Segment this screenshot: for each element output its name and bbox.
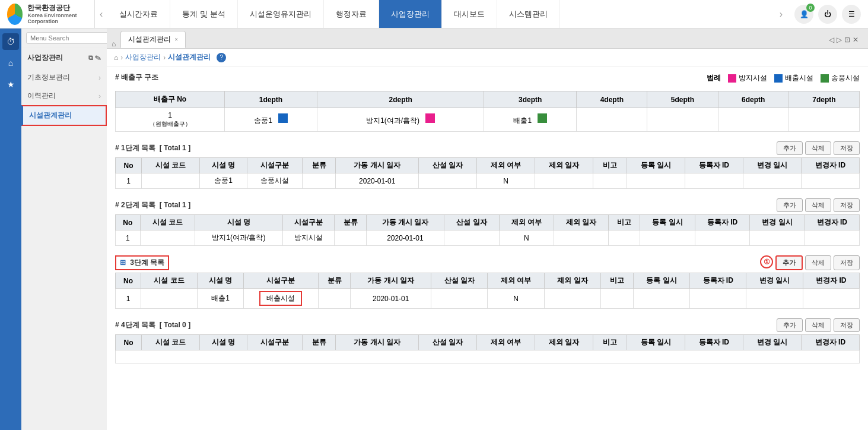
stage2-save-button[interactable]: 저장 [834, 198, 860, 212]
stage2-row[interactable]: 1 방지1(여과/흡착) 방지시설 2020-01-01 N [116, 230, 860, 246]
legend-box-blower [821, 74, 829, 83]
circle-badge-1: ① [760, 255, 773, 268]
nav-left-arrow[interactable]: ‹ [95, 9, 107, 20]
stage2-table: No 시설 코드 시설 명 시설구분 분류 가동 개시 일자 산설 일자 제외 … [115, 214, 860, 246]
tab-facility-mgmt[interactable]: 시설관계관리 × [120, 31, 186, 48]
sidebar-item-basics-label: 기초정보관리 [27, 72, 70, 83]
stage4-empty-row [116, 350, 860, 363]
stage4-title: # 4단계 목록 [ Total 0 ] [115, 320, 190, 330]
stage3-section: ⊞ 3단계 목록 ① 추가 삭제 저장 No [115, 255, 860, 309]
tab-ctrl-prev[interactable]: ◁ [829, 36, 834, 44]
nav-item-business[interactable]: 사업장관리 [379, 0, 442, 28]
table-row: 1 （원형배출구） 송풍1 방지1(여과/흡착) [116, 108, 860, 132]
layout: ⏱ ⌂ ★ 🔍 사업장관리 ⧉ ✎ 기초정보관리 › 이력관리 › 시설관계관리 [0, 29, 868, 430]
nav-right-arrow[interactable]: › [775, 9, 787, 20]
user-icon-btn[interactable]: 👤 0 [794, 5, 813, 24]
stage3-add-button[interactable]: 추가 [775, 255, 803, 270]
search-input[interactable] [26, 32, 116, 44]
depth2-label: 방지1(여과/흡착) [366, 116, 419, 125]
help-icon[interactable]: ? [217, 53, 226, 62]
home-icon[interactable]: ⌂ [114, 53, 118, 62]
tab-label: 시설관계관리 [128, 34, 171, 45]
sidebar-item-basics[interactable]: 기초정보관리 › [21, 68, 107, 87]
stage3-delete-button[interactable]: 삭제 [805, 255, 831, 270]
stage4-section: # 4단계 목록 [ Total 0 ] 추가 삭제 저장 No 시설 코드 [115, 318, 860, 363]
col-2depth: 2depth [317, 91, 484, 108]
sidebar-title-label: 사업장관리 [27, 53, 63, 63]
sidebar-icon-clock[interactable]: ⏱ [2, 33, 19, 50]
stage2-section: # 2단계 목록 [ Total 1 ] 추가 삭제 저장 No 시설 코드 [115, 198, 860, 246]
stage3-header: ⊞ 3단계 목록 ① 추가 삭제 저장 [115, 255, 860, 270]
legend-item-prevention: 방지시설 [728, 73, 767, 83]
nav-item-realtime[interactable]: 실시간자료 [107, 0, 170, 28]
stage3-table: No 시설 코드 시설 명 시설구분 분류 가동 개시 일자 산설 일자 제외 … [115, 273, 860, 309]
stage3-row[interactable]: 1 배출1 배출시설 2020-01-01 N [116, 289, 860, 309]
depth3-label: 배출1 [513, 116, 532, 125]
stage4-save-button[interactable]: 저장 [834, 318, 860, 332]
user-icon: 👤 [800, 10, 809, 18]
sidebar-icon-home[interactable]: ⌂ [2, 55, 19, 71]
stage3-type-highlight: 배출시설 [259, 291, 302, 306]
sidebar-icon-star[interactable]: ★ [2, 76, 19, 93]
col-1depth: 1depth [225, 91, 317, 108]
stage1-delete-button[interactable]: 삭제 [805, 141, 831, 155]
col-no: 배출구 No [116, 91, 225, 108]
top-nav: 한국환경공단 Korea Environment Corporation ‹ 실… [0, 0, 868, 29]
sidebar-main: 🔍 사업장관리 ⧉ ✎ 기초정보관리 › 이력관리 › 시설관계관리 [21, 29, 107, 430]
tab-close-icon[interactable]: × [174, 36, 178, 43]
stage1-buttons: 추가 삭제 저장 [777, 141, 860, 155]
sidebar-left: ⏱ ⌂ ★ 🔍 사업장관리 ⧉ ✎ 기초정보관리 › 이력관리 › 시설관계관리 [0, 29, 107, 430]
col-4depth: 4depth [577, 91, 647, 108]
tab-bar: ⌂ 시설관계관리 × ◁ ▷ ⊡ ✕ [107, 29, 868, 49]
stage1-row[interactable]: 1 송풍1 송풍시설 2020-01-01 N [116, 173, 860, 189]
row-no: 1 [168, 111, 172, 119]
breadcrumb-current[interactable]: 시설관계관리 [168, 52, 211, 62]
tab-controls: ◁ ▷ ⊡ ✕ [829, 36, 863, 44]
badge: 0 [806, 4, 815, 12]
stage1-table: No 시설 코드 시설 명 시설구분 분류 가동 개시 일자 산설 일자 제외 … [115, 157, 860, 189]
nav-item-stats[interactable]: 통계 및 분석 [170, 0, 237, 28]
sidebar-item-history-label: 이력관리 [27, 91, 56, 101]
stage2-delete-button[interactable]: 삭제 [805, 198, 831, 212]
power-icon: ⏻ [824, 10, 831, 18]
nav-item-facility[interactable]: 시설운영유지관리 [238, 0, 324, 28]
stage3-title: ⊞ 3단계 목록 [115, 255, 169, 270]
logo-circle [7, 4, 23, 25]
tab-ctrl-next[interactable]: ▷ [837, 36, 842, 44]
search-box: 🔍 [21, 29, 107, 48]
stage1-header: # 1단계 목록 [ Total 1 ] 추가 삭제 저장 [115, 141, 860, 155]
stage4-add-button[interactable]: 추가 [777, 318, 803, 332]
nav-item-admin[interactable]: 행정자료 [324, 0, 379, 28]
nav-item-system[interactable]: 시스템관리 [497, 0, 560, 28]
breadcrumb-parent[interactable]: 사업장관리 [125, 52, 161, 62]
nav-items: 실시간자료 통계 및 분석 시설운영유지관리 행정자료 사업장관리 대시보드 시… [107, 0, 774, 28]
depth1-color-box [278, 113, 288, 123]
stage1-add-button[interactable]: 추가 [777, 141, 803, 155]
stage4-delete-button[interactable]: 삭제 [805, 318, 831, 332]
content-area: # 배출구 구조 범례 방지시설 배출시설 [107, 67, 868, 378]
sidebar-item-facility-mgmt[interactable]: 시설관계관리 [21, 105, 107, 126]
legend-box-prevention [728, 74, 736, 83]
sidebar-item-history[interactable]: 이력관리 › [21, 87, 107, 105]
stage1-save-button[interactable]: 저장 [834, 141, 860, 155]
stage2-add-button[interactable]: 추가 [777, 198, 803, 212]
depth3-color-box [538, 113, 547, 123]
tab-ctrl-restore[interactable]: ⊡ [844, 36, 850, 44]
legend-label: 범례 [707, 73, 721, 83]
stage4-table: No 시설 코드 시설 명 시설구분 분류 가동 개시 일자 산설 일자 제외 … [115, 334, 860, 363]
nav-item-dashboard[interactable]: 대시보드 [442, 0, 497, 28]
menu-icon-btn[interactable]: ☰ [842, 5, 861, 24]
depth2-color-box [425, 113, 435, 123]
stage2-header: # 2단계 목록 [ Total 1 ] 추가 삭제 저장 [115, 198, 860, 212]
emission-structure-section: # 배출구 구조 범례 방지시설 배출시설 [115, 72, 860, 132]
breadcrumb: ⌂ › 사업장관리 › 시설관계관리 ? [107, 49, 868, 67]
stage1-title: # 1단계 목록 [ Total 1 ] [115, 143, 190, 153]
col-6depth: 6depth [718, 91, 788, 108]
emission-table: 배출구 No 1depth 2depth 3depth 4depth 5dept… [115, 91, 860, 132]
power-icon-btn[interactable]: ⏻ [818, 5, 837, 24]
stage3-save-button[interactable]: 저장 [834, 255, 860, 270]
emission-structure-title: # 배출구 구조 [115, 72, 158, 83]
sidebar-copy-icon[interactable]: ⧉ ✎ [88, 54, 101, 62]
tab-home-icon[interactable]: ⌂ [112, 40, 116, 48]
tab-ctrl-close[interactable]: ✕ [853, 36, 859, 44]
